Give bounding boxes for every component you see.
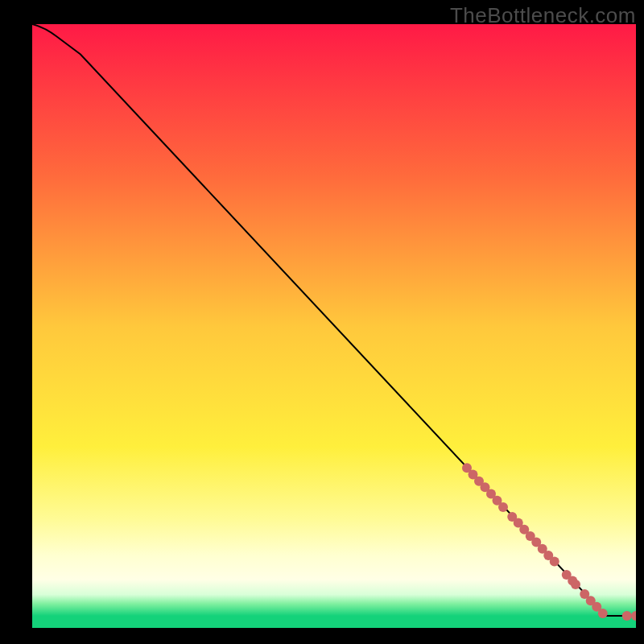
watermark-text: TheBottleneck.com bbox=[450, 3, 636, 28]
data-marker bbox=[550, 557, 559, 567]
chart-svg bbox=[32, 24, 636, 628]
data-marker bbox=[622, 611, 632, 621]
plot-area bbox=[32, 24, 636, 628]
data-marker bbox=[498, 502, 508, 512]
data-marker bbox=[571, 580, 580, 589]
data-marker bbox=[598, 609, 608, 618]
chart-frame: TheBottleneck.com bbox=[0, 0, 644, 644]
